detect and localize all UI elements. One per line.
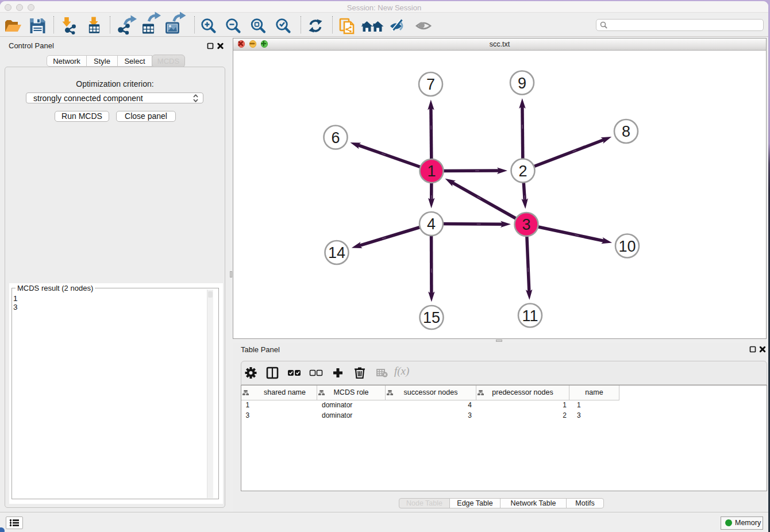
svg-text:6: 6 <box>331 129 340 147</box>
svg-text:11: 11 <box>522 307 538 325</box>
svg-text:1: 1 <box>427 163 436 180</box>
svg-text:15: 15 <box>423 309 440 326</box>
svg-text:10: 10 <box>618 238 636 255</box>
svg-text:9: 9 <box>518 75 526 92</box>
svg-text:8: 8 <box>622 123 630 140</box>
svg-text:2: 2 <box>518 163 527 180</box>
svg-text:7: 7 <box>426 76 435 93</box>
svg-text:3: 3 <box>522 216 530 233</box>
svg-text:14: 14 <box>328 244 345 261</box>
svg-text:4: 4 <box>427 215 436 233</box>
